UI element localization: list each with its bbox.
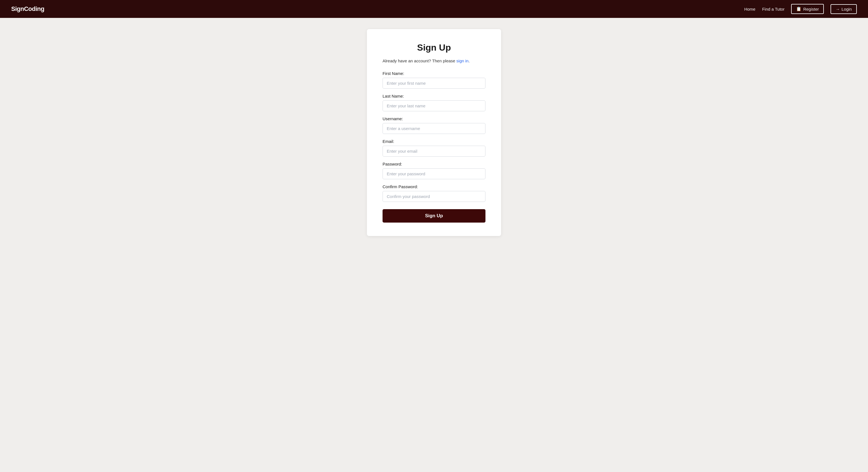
navbar: SignCoding Home Find a Tutor 📋 Register … (0, 0, 868, 18)
username-group: Username: (382, 116, 486, 134)
login-button[interactable]: → Login (831, 4, 857, 14)
first-name-input[interactable] (382, 78, 486, 89)
signin-link[interactable]: sign in (456, 58, 468, 63)
register-button[interactable]: 📋 Register (791, 4, 824, 14)
signin-prompt: Already have an account? Then please sig… (382, 58, 486, 63)
password-group: Password: (382, 162, 486, 179)
password-input[interactable] (382, 168, 486, 179)
password-label: Password: (382, 162, 486, 166)
email-group: Email: (382, 139, 486, 157)
main-content: Sign Up Already have an account? Then pl… (0, 18, 868, 253)
username-label: Username: (382, 116, 486, 121)
nav-links: Home Find a Tutor 📋 Register → Login (744, 4, 857, 14)
last-name-input[interactable] (382, 100, 486, 111)
home-link[interactable]: Home (744, 7, 755, 11)
signin-prefix-text: Already have an account? Then please (382, 58, 456, 63)
site-logo: SignCoding (11, 5, 44, 12)
last-name-group: Last Name: (382, 94, 486, 111)
last-name-label: Last Name: (382, 94, 486, 98)
page-title: Sign Up (382, 42, 486, 53)
signup-form: First Name: Last Name: Username: Email: … (382, 71, 486, 223)
confirm-password-label: Confirm Password: (382, 184, 486, 189)
signup-card: Sign Up Already have an account? Then pl… (367, 29, 501, 236)
username-input[interactable] (382, 123, 486, 134)
signup-submit-button[interactable]: Sign Up (382, 209, 486, 223)
signin-suffix-text: . (468, 58, 469, 63)
confirm-password-group: Confirm Password: (382, 184, 486, 202)
login-icon: → (836, 7, 840, 11)
login-label: Login (841, 7, 852, 11)
register-label: Register (803, 7, 819, 11)
register-icon: 📋 (796, 6, 801, 11)
confirm-password-input[interactable] (382, 191, 486, 202)
email-input[interactable] (382, 146, 486, 157)
first-name-label: First Name: (382, 71, 486, 76)
email-label: Email: (382, 139, 486, 144)
find-tutor-link[interactable]: Find a Tutor (762, 7, 784, 11)
first-name-group: First Name: (382, 71, 486, 89)
